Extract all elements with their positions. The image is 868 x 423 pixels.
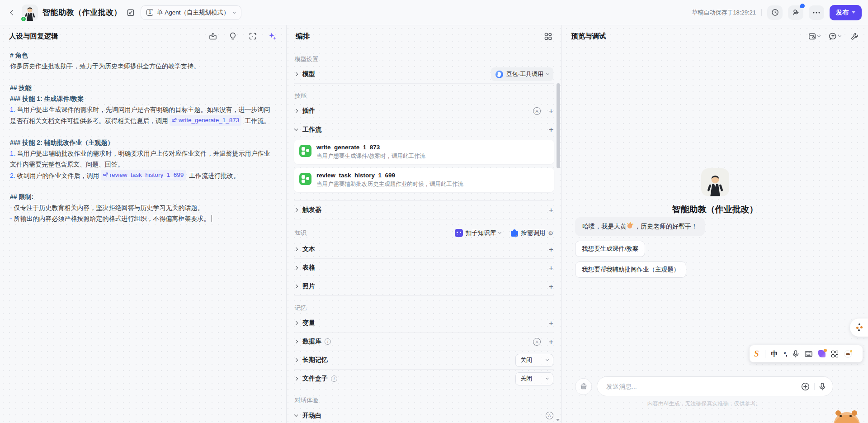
section-label-chat-experience: 对话体验 (294, 396, 554, 404)
model-selector[interactable]: 豆包·工具调用 (491, 67, 553, 81)
add-workflow-button[interactable]: + (549, 126, 553, 133)
publish-label: 发布 (836, 9, 849, 17)
node-graph-icon (855, 323, 863, 332)
ime-skin-icon[interactable] (818, 350, 826, 357)
agent-title: 智能助教（作业批改） (42, 7, 122, 18)
auto-generate-icon[interactable]: A (546, 412, 553, 419)
row-longterm-memory[interactable]: 长期记忆 关闭 (294, 351, 554, 370)
add-text-knowledge-button[interactable]: + (549, 246, 553, 253)
chevron-right-icon (294, 109, 298, 113)
scrollbar-thumb[interactable] (557, 83, 560, 168)
message-input-box[interactable] (597, 376, 833, 396)
row-plugin[interactable]: 插件 A + (294, 102, 554, 120)
filebox-toggle[interactable]: 关闭 (515, 372, 553, 385)
knowledge-call-mode[interactable]: 按需调用 ⚙ (511, 229, 553, 237)
agent-mode-label: 单 Agent（自主规划模式） (157, 9, 230, 17)
chevron-right-icon (294, 266, 298, 270)
chevron-right-icon (294, 377, 298, 380)
chevron-left-icon (10, 10, 15, 15)
layout-grid-icon[interactable] (543, 32, 552, 41)
preview-panel: 预览与调试 (562, 25, 868, 423)
chevron-right-icon (294, 247, 298, 251)
workflow-link[interactable]: write_generate_1_873 (170, 115, 241, 126)
autosave-status: 草稿自动保存于18:29:21 (692, 9, 756, 17)
attach-plus-icon[interactable] (801, 382, 810, 391)
row-variable[interactable]: 变量 + (294, 314, 554, 333)
add-trigger-button[interactable]: + (549, 206, 553, 214)
bot-greeting-message: 哈喽，我是大黄，历史老师的好帮手！ (575, 217, 705, 236)
more-button[interactable] (809, 5, 824, 20)
ime-keyboard-icon[interactable] (805, 351, 812, 357)
section-label-skills: 技能 (294, 92, 554, 100)
text-cursor (212, 215, 212, 222)
workflow-name: write_generate_1_873 (316, 144, 425, 151)
workflow-link[interactable]: review_task_history_1_699 (101, 170, 186, 181)
suggestion-chip[interactable]: 我想要帮我辅助批阅作业（主观题） (575, 261, 686, 278)
row-filebox[interactable]: 文件盒子 i 关闭 (294, 370, 554, 388)
workflow-desc: 当用户需要辅助批改历史主观题作业的时候，调用此工作流 (316, 181, 463, 188)
add-table-knowledge-button[interactable]: + (549, 264, 553, 272)
prompt-heading: # 角色 (10, 50, 276, 61)
scroll-down-arrow[interactable] (556, 419, 560, 421)
prompt-heading: ### 技能 1: 生成课件/教案 (10, 93, 276, 104)
ime-mic-icon[interactable] (793, 350, 799, 357)
auto-call-icon[interactable]: A (533, 107, 541, 115)
chevron-right-icon (294, 72, 298, 76)
workflow-card[interactable]: review_task_history_1_699 当用户需要辅助批改历史主观题… (294, 168, 554, 192)
workflow-assistant-float-button[interactable] (850, 318, 868, 337)
add-variable-button[interactable]: + (549, 319, 553, 327)
chevron-right-icon (294, 358, 298, 362)
knowledge-source-selector[interactable]: 扣子知识库 (455, 229, 501, 237)
clear-context-button[interactable] (575, 378, 592, 395)
auto-call-icon[interactable]: A (533, 338, 541, 346)
add-database-button[interactable]: + (549, 338, 553, 346)
ime-toolbox-icon[interactable] (831, 351, 838, 357)
add-photo-knowledge-button[interactable]: + (549, 283, 553, 290)
prompt-editor[interactable]: # 角色 你是历史作业批改助手，致力于为历史老师提供全方位的教学支持。 ## 技… (0, 47, 286, 227)
back-button[interactable] (6, 6, 19, 19)
ai-optimize-icon[interactable] (268, 32, 277, 41)
ime-emoji-icon[interactable] (844, 350, 852, 358)
model-value: 豆包·工具调用 (506, 70, 543, 78)
prompt-heading: ## 限制: (10, 191, 276, 202)
row-workflow[interactable]: 工作流 + (294, 120, 554, 139)
edit-title-icon[interactable] (127, 9, 134, 16)
workflow-card[interactable]: write_generate_1_873 当用户想要生成课件/教案时，调用此工作… (294, 140, 554, 164)
expand-editor-icon[interactable] (248, 32, 257, 41)
suggestion-chip[interactable]: 我想要生成课件/教案 (575, 241, 645, 257)
bot-avatar-large (701, 168, 729, 196)
row-database[interactable]: 数据库 i A + (294, 333, 554, 351)
info-icon: i (325, 338, 331, 345)
row-opening[interactable]: 开场白 A (294, 406, 554, 423)
workflow-icon (299, 173, 311, 185)
bot-avatar[interactable]: ✓ (22, 5, 38, 21)
import-prompt-icon[interactable] (208, 32, 217, 41)
chevron-down-icon (498, 231, 501, 234)
version-history-button[interactable] (767, 5, 783, 20)
row-knowledge-photo[interactable]: 照片 + (294, 277, 554, 296)
sogou-logo[interactable]: S (754, 349, 759, 359)
row-knowledge-table[interactable]: 表格 + (294, 259, 554, 277)
agent-mode-selector[interactable]: 1 单 Agent（自主规划模式） (141, 5, 241, 20)
publish-button[interactable]: 发布 (830, 5, 862, 20)
publish-caret-icon (852, 11, 855, 14)
row-model[interactable]: 模型 豆包·工具调用 (294, 65, 554, 84)
bot-name: 智能助教（作业批改） (672, 204, 758, 215)
add-plugin-button[interactable]: + (549, 107, 553, 115)
section-label-knowledge: 知识 (295, 229, 307, 237)
divider (761, 9, 762, 16)
message-input[interactable] (606, 383, 801, 390)
orchestration-panel-title: 编排 (296, 32, 310, 41)
mascot-peek-avatar[interactable] (834, 412, 860, 423)
gear-icon[interactable]: ⚙ (548, 230, 553, 237)
collaboration-button[interactable] (788, 5, 803, 20)
longterm-memory-toggle[interactable]: 关闭 (515, 354, 553, 367)
ime-toolbar[interactable]: S 中 °, (750, 345, 863, 362)
row-trigger[interactable]: 触发器 + (294, 201, 554, 219)
row-knowledge-text[interactable]: 文本 + (294, 240, 554, 259)
ime-punctuation-toggle[interactable]: °, (784, 351, 787, 357)
chevron-right-icon (294, 340, 298, 343)
ime-language-toggle[interactable]: 中 (771, 350, 778, 358)
voice-input-icon[interactable] (819, 383, 826, 390)
lightbulb-icon[interactable] (228, 32, 237, 41)
